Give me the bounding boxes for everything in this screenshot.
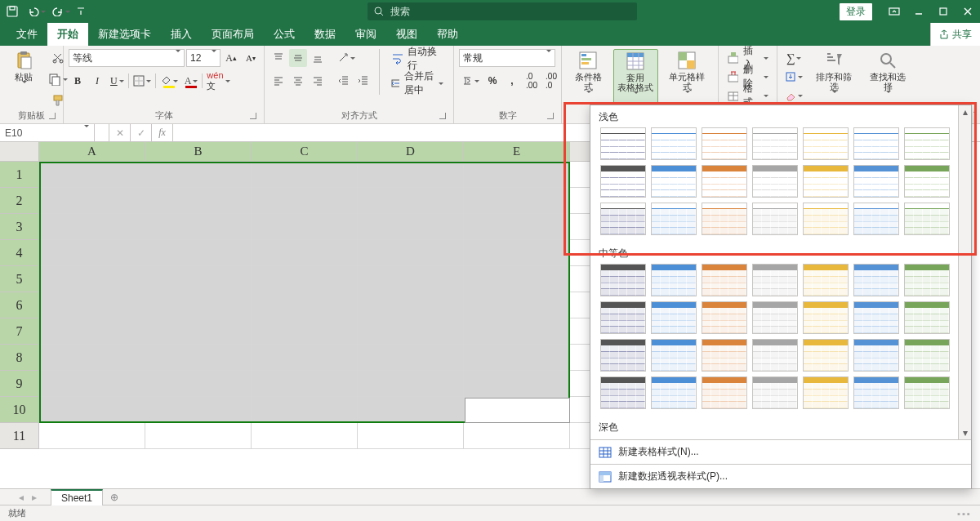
font-launcher[interactable] <box>247 110 259 122</box>
cell[interactable] <box>358 188 464 214</box>
gallery-scrollbar[interactable]: ▴ ▾ <box>958 105 971 439</box>
col-header[interactable]: B <box>145 142 252 162</box>
bold-button[interactable]: B <box>69 72 87 90</box>
redo-button[interactable] <box>49 0 74 23</box>
cell[interactable] <box>252 423 358 449</box>
tab-pagelayout[interactable]: 页面布局 <box>202 23 264 46</box>
cell[interactable] <box>358 292 464 318</box>
tab-data[interactable]: 数据 <box>305 23 345 46</box>
table-style-swatch[interactable] <box>853 203 899 235</box>
tab-insert[interactable]: 插入 <box>161 23 202 46</box>
row-header[interactable]: 9 <box>0 371 39 397</box>
table-style-swatch[interactable] <box>752 376 798 409</box>
table-style-swatch[interactable] <box>803 127 849 160</box>
cell[interactable] <box>464 397 570 423</box>
cell[interactable] <box>252 345 358 371</box>
table-style-swatch[interactable] <box>600 376 646 409</box>
phonetic-button[interactable]: wén文 <box>204 72 232 90</box>
font-color-button[interactable]: A <box>182 72 201 90</box>
wrap-text-button[interactable]: 自动换行 <box>386 49 448 69</box>
cell[interactable] <box>358 345 464 371</box>
cell[interactable] <box>39 214 145 240</box>
cell[interactable] <box>39 240 145 266</box>
cell[interactable] <box>145 292 252 318</box>
table-style-swatch[interactable] <box>651 376 697 409</box>
cell[interactable] <box>39 371 145 397</box>
table-style-swatch[interactable] <box>904 339 950 372</box>
row-header[interactable]: 3 <box>0 214 39 240</box>
qat-customize[interactable] <box>74 0 88 23</box>
table-style-swatch[interactable] <box>651 127 697 160</box>
find-select-button[interactable]: 查找和选择 <box>862 49 913 106</box>
cell[interactable] <box>358 162 464 188</box>
table-style-swatch[interactable] <box>651 339 697 372</box>
row-header[interactable]: 11 <box>0 423 39 449</box>
format-cells-button[interactable]: 格式 <box>724 87 772 105</box>
table-style-swatch[interactable] <box>651 264 697 296</box>
ribbon-display-button[interactable] <box>882 0 906 23</box>
cell[interactable] <box>464 345 570 371</box>
tab-help[interactable]: 帮助 <box>427 23 468 46</box>
borders-button[interactable] <box>131 72 154 90</box>
merge-center-button[interactable]: 合并后居中 <box>386 73 448 93</box>
underline-button[interactable]: U <box>108 72 127 90</box>
table-style-swatch[interactable] <box>803 203 849 235</box>
table-style-swatch[interactable] <box>752 264 798 296</box>
comma-button[interactable]: , <box>503 72 521 90</box>
sheet-tab[interactable]: Sheet1 <box>51 489 103 505</box>
gallery-scroll-up[interactable]: ▴ <box>959 105 971 118</box>
cell[interactable] <box>252 214 358 240</box>
indent-decrease[interactable] <box>335 72 353 90</box>
enter-formula-button[interactable]: ✓ <box>131 124 152 141</box>
table-style-swatch[interactable] <box>752 203 798 235</box>
cell[interactable] <box>252 318 358 345</box>
close-button[interactable] <box>956 0 980 23</box>
undo-button[interactable] <box>24 0 49 23</box>
cell[interactable] <box>464 371 570 397</box>
align-center[interactable] <box>289 72 307 90</box>
table-style-swatch[interactable] <box>752 301 798 334</box>
table-style-swatch[interactable] <box>803 301 849 334</box>
italic-button[interactable]: I <box>88 72 106 90</box>
table-style-swatch[interactable] <box>600 301 646 334</box>
cell[interactable] <box>464 318 570 345</box>
tab-view[interactable]: 视图 <box>386 23 427 46</box>
table-style-swatch[interactable] <box>904 165 950 198</box>
cell[interactable] <box>464 423 570 449</box>
maximize-button[interactable] <box>931 0 956 23</box>
new-pivot-style-item[interactable]: 新建数据透视表样式(P)... <box>590 464 971 488</box>
row-header[interactable]: 10 <box>0 397 39 423</box>
select-all-corner[interactable] <box>0 142 39 162</box>
cell[interactable] <box>39 423 145 449</box>
table-style-swatch[interactable] <box>702 339 747 372</box>
tab-custom[interactable]: 新建选项卡 <box>88 23 161 46</box>
table-style-swatch[interactable] <box>853 301 899 334</box>
table-style-swatch[interactable] <box>702 376 747 409</box>
new-table-style-item[interactable]: 新建表格样式(N)... <box>590 439 971 464</box>
table-style-swatch[interactable] <box>702 165 747 198</box>
row-header[interactable]: 4 <box>0 240 39 266</box>
cell[interactable] <box>145 371 252 397</box>
table-style-swatch[interactable] <box>904 127 950 160</box>
table-style-swatch[interactable] <box>600 165 646 198</box>
login-button[interactable]: 登录 <box>840 3 872 20</box>
table-style-swatch[interactable] <box>752 165 798 198</box>
clipboard-launcher[interactable] <box>47 110 58 122</box>
cell[interactable] <box>39 397 145 423</box>
table-style-swatch[interactable] <box>651 203 697 235</box>
tab-file[interactable]: 文件 <box>7 23 47 46</box>
sheet-nav-prev[interactable]: ◂ <box>15 492 28 503</box>
table-style-swatch[interactable] <box>702 264 747 296</box>
new-sheet-button[interactable]: ⊕ <box>106 489 122 505</box>
cell-styles-button[interactable]: 单元格样式 <box>662 49 713 106</box>
table-style-swatch[interactable] <box>702 127 747 160</box>
cancel-formula-button[interactable]: ✕ <box>109 124 131 141</box>
cell[interactable] <box>145 240 252 266</box>
cell[interactable] <box>464 266 570 292</box>
table-style-swatch[interactable] <box>651 301 697 334</box>
sheet-nav-next[interactable]: ▸ <box>28 492 41 503</box>
cell[interactable] <box>39 318 145 345</box>
cell[interactable] <box>358 423 464 449</box>
table-style-swatch[interactable] <box>853 376 899 409</box>
percent-button[interactable]: % <box>483 72 501 90</box>
